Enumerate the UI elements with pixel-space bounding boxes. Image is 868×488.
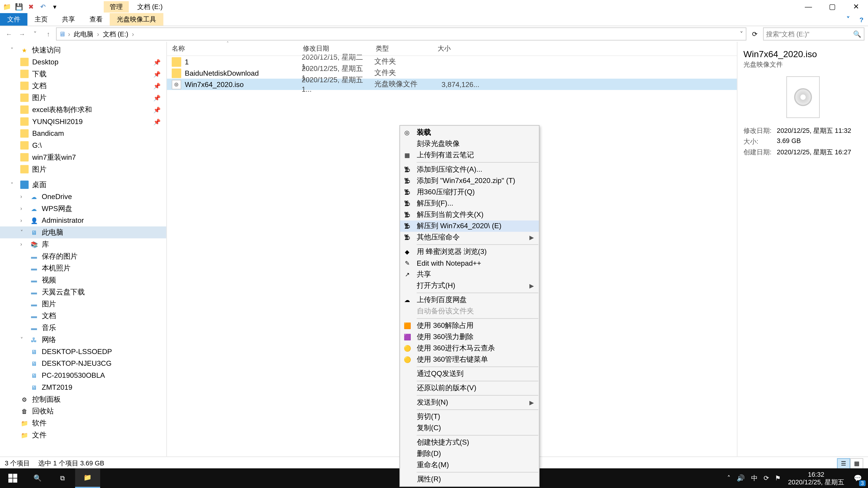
expand-icon[interactable]: › <box>20 218 26 223</box>
nav-item[interactable]: ▬视频 <box>0 274 166 286</box>
menu-item[interactable]: 🟧使用 360解除占用 <box>400 320 539 331</box>
ribbon-expand-icon[interactable]: ˅ <box>842 13 855 26</box>
nav-item[interactable]: 🖥DESKTOP-LSSOEDP <box>0 346 166 358</box>
expand-icon[interactable]: ˅ <box>20 229 26 235</box>
nav-item[interactable]: ▬音乐 <box>0 322 166 334</box>
qat-delete-icon[interactable]: ✖ <box>26 2 36 11</box>
menu-item[interactable]: 删除(D) <box>400 448 539 459</box>
menu-item[interactable]: 通过QQ发送到 <box>400 368 539 380</box>
tray-sync-icon[interactable]: ⟳ <box>764 474 769 482</box>
menu-item[interactable]: ◆用 蜂蜜浏览器 浏览(3) <box>400 246 539 257</box>
up-button[interactable]: ↑ <box>43 31 54 38</box>
nav-item[interactable]: 🖥PC-20190530OBLA <box>0 369 166 381</box>
menu-item[interactable]: 创建快捷方式(S) <box>400 437 539 448</box>
menu-item[interactable]: 打开方式(H)▶ <box>400 280 539 291</box>
menu-item[interactable]: ✎Edit with Notepad++ <box>400 257 539 269</box>
nav-item[interactable]: 文档📌 <box>0 80 166 92</box>
tray-security-icon[interactable]: ⚑ <box>775 474 781 482</box>
menu-item[interactable]: 重命名(M) <box>400 459 539 470</box>
menu-item[interactable]: 🗜用360压缩打开(Q) <box>400 187 539 198</box>
nav-item[interactable]: 图片 <box>0 163 166 175</box>
breadcrumb[interactable]: 此电脑 <box>72 30 95 39</box>
close-button[interactable]: ✕ <box>844 0 868 13</box>
tab-home[interactable]: 主页 <box>27 13 55 26</box>
nav-item[interactable]: YUNQISHI2019📌 <box>0 116 166 128</box>
menu-item[interactable]: 🗜解压到 Win7x64_2020\ (E) <box>400 221 539 232</box>
menu-item[interactable]: 复制(C) <box>400 422 539 434</box>
minimize-button[interactable]: — <box>797 0 820 13</box>
nav-item[interactable]: excel表格制作求和📌 <box>0 104 166 116</box>
expand-icon[interactable]: › <box>20 205 26 212</box>
task-view-button[interactable]: ⧉ <box>50 468 75 488</box>
expand-icon[interactable]: ˅ <box>11 47 17 53</box>
nav-item[interactable]: ▬图片 <box>0 298 166 310</box>
tab-file[interactable]: 文件 <box>0 13 27 26</box>
refresh-button[interactable]: ⟳ <box>749 30 761 38</box>
nav-item[interactable]: Desktop📌 <box>0 56 166 68</box>
nav-item[interactable]: win7重装win7 <box>0 151 166 163</box>
help-icon[interactable]: ? <box>855 13 868 26</box>
search-icon[interactable]: 🔍 <box>853 30 862 38</box>
file-row[interactable]: BaiduNetdiskDownload2020/12/25, 星期五 1...… <box>167 67 737 78</box>
menu-item[interactable]: 🗜添加到压缩文件(A)... <box>400 164 539 175</box>
nav-item[interactable]: ›☁OneDrive <box>0 191 166 203</box>
file-row[interactable]: 12020/12/15, 星期二 1...文件夹 <box>167 56 737 67</box>
menu-item[interactable]: ↗共享 <box>400 269 539 280</box>
menu-item[interactable]: 剪切(T) <box>400 411 539 422</box>
tab-view[interactable]: 查看 <box>82 13 110 26</box>
breadcrumb[interactable]: 文档 (E:) <box>101 30 129 39</box>
nav-item[interactable]: 🗑回收站 <box>0 405 166 417</box>
menu-item[interactable]: 🗜其他压缩命令▶ <box>400 232 539 243</box>
expand-icon[interactable]: › <box>20 241 26 247</box>
view-details-button[interactable]: ☰ <box>837 458 850 468</box>
nav-network[interactable]: ˅ 🖧 网络 <box>0 334 166 346</box>
menu-item[interactable]: ◎装载 <box>400 127 539 138</box>
nav-item[interactable]: 📁软件 <box>0 417 166 429</box>
menu-item[interactable]: 属性(R) <box>400 474 539 485</box>
menu-item[interactable]: ☁上传到百度网盘 <box>400 294 539 306</box>
nav-item[interactable]: ›👤Administrator <box>0 215 166 226</box>
nav-item[interactable]: ▬保存的图片 <box>0 250 166 262</box>
tab-disc-image-tools[interactable]: 光盘映像工具 <box>110 13 163 26</box>
tray-ime-icon[interactable]: 中 <box>751 474 758 483</box>
file-row[interactable]: ◎Win7x64_2020.iso2020/12/25, 星期五 1...光盘映… <box>167 78 737 90</box>
address-box[interactable]: 🖥 › 此电脑 › 文档 (E:) › ˅ <box>56 27 746 40</box>
taskbar-explorer[interactable]: 📁 <box>75 468 100 488</box>
menu-item[interactable]: 🗜添加到 "Win7x64_2020.zip" (T) <box>400 175 539 186</box>
navigation-pane[interactable]: ˅ ★ 快速访问 Desktop📌下载📌文档📌图片📌excel表格制作求和📌YU… <box>0 42 167 457</box>
search-input[interactable]: 搜索"文档 (E:)" 🔍 <box>763 27 864 40</box>
context-menu[interactable]: ◎装载刻录光盘映像▦上传到有道云笔记🗜添加到压缩文件(A)...🗜添加到 "Wi… <box>399 125 539 487</box>
search-button[interactable]: 🔍 <box>25 468 50 488</box>
nav-item[interactable]: G:\ <box>0 139 166 151</box>
tray-volume-icon[interactable]: 🔊 <box>737 474 745 482</box>
column-headers[interactable]: ˄ 名称 修改日期 类型 大小 <box>167 42 737 56</box>
menu-item[interactable]: 发送到(N)▶ <box>400 397 539 408</box>
forward-button[interactable]: → <box>17 31 27 38</box>
nav-item[interactable]: 下载📌 <box>0 68 166 80</box>
qat-save-icon[interactable]: 💾 <box>14 2 24 11</box>
view-icons-button[interactable]: ▦ <box>850 458 863 468</box>
column-name[interactable]: 名称 <box>167 44 298 53</box>
nav-item[interactable]: ›📚库 <box>0 238 166 250</box>
qat-undo-icon[interactable]: ↶ <box>38 2 48 11</box>
menu-item[interactable]: ▦上传到有道云笔记 <box>400 150 539 161</box>
qat-dropdown-icon[interactable]: ▾ <box>50 2 60 11</box>
expand-icon[interactable]: › <box>20 194 26 199</box>
menu-item[interactable]: 还原以前的版本(V) <box>400 383 539 394</box>
nav-item[interactable]: ▬天翼云盘下载 <box>0 286 166 298</box>
nav-quick-access[interactable]: ˅ ★ 快速访问 <box>0 44 166 56</box>
column-type[interactable]: 类型 <box>371 44 433 53</box>
nav-item[interactable]: ⚙控制面板 <box>0 393 166 405</box>
back-button[interactable]: ← <box>4 31 14 38</box>
expand-icon[interactable]: ˅ <box>11 182 17 188</box>
recent-dropdown-icon[interactable]: ˅ <box>30 30 40 38</box>
menu-item[interactable]: 🗜解压到(F)... <box>400 198 539 209</box>
nav-item[interactable]: ˅🖥此电脑 <box>0 226 166 238</box>
column-size[interactable]: 大小 <box>433 44 475 53</box>
nav-item[interactable]: ›☁WPS网盘 <box>0 203 166 215</box>
nav-item[interactable]: 📁文件 <box>0 429 166 441</box>
nav-item[interactable]: Bandicam <box>0 127 166 139</box>
nav-item[interactable]: 🖥ZMT2019 <box>0 381 166 393</box>
menu-item[interactable]: 🟪使用 360强力删除 <box>400 331 539 343</box>
maximize-button[interactable]: ▢ <box>820 0 844 13</box>
